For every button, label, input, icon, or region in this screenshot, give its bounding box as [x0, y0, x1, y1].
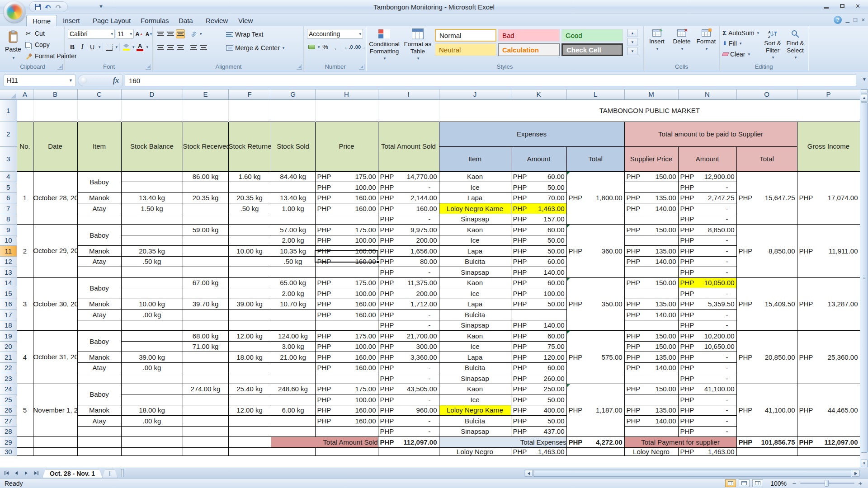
cell[interactable]: [228, 288, 271, 299]
align-right-button[interactable]: [176, 43, 185, 52]
cell[interactable]: [183, 182, 228, 193]
cell[interactable]: [624, 267, 678, 278]
cell[interactable]: PHP150.00: [624, 331, 678, 342]
total-payment-supplier-label[interactable]: Total Payment for supplier: [624, 437, 736, 448]
cell[interactable]: [624, 182, 678, 193]
paste-button[interactable]: Paste▾: [3, 28, 23, 62]
header-gross-income[interactable]: Gross Income: [797, 122, 860, 171]
cell[interactable]: 20.35 kg: [121, 246, 183, 257]
cell[interactable]: PHP175.00: [315, 277, 378, 288]
cell[interactable]: [121, 373, 183, 384]
sheet-tab-active[interactable]: Oct. 28 - Nov. 1: [42, 469, 102, 478]
cell[interactable]: 86.00 kg: [183, 171, 228, 182]
cell[interactable]: PHP-: [378, 394, 439, 405]
cell[interactable]: [33, 447, 77, 455]
header-total-amount-sold[interactable]: Total Amount Sold: [378, 122, 439, 171]
subheader-expenses-item[interactable]: Item: [439, 146, 511, 171]
italic-button[interactable]: I: [78, 42, 87, 52]
cell[interactable]: [183, 394, 228, 405]
gallery-expand-icon[interactable]: ▼: [627, 47, 637, 55]
scroll-right-icon[interactable]: [852, 470, 859, 477]
total-expenses-value[interactable]: PHP4,272.00: [566, 437, 624, 448]
cell[interactable]: PHP135.00: [624, 192, 678, 203]
cell[interactable]: [228, 447, 271, 455]
cell[interactable]: [228, 277, 271, 288]
cell[interactable]: PHP15,647.25: [736, 171, 797, 225]
cell[interactable]: PHP-: [678, 362, 736, 373]
cell[interactable]: [271, 394, 315, 405]
cell[interactable]: Kaon: [439, 384, 511, 394]
tab-page-layout[interactable]: Page Layout: [87, 15, 137, 26]
cell[interactable]: PHP-: [678, 352, 736, 363]
row-header-21[interactable]: 21: [0, 352, 17, 363]
zoom-in-icon[interactable]: +: [857, 479, 863, 487]
cell[interactable]: [77, 267, 121, 278]
currency-dropdown-icon[interactable]: ▾: [318, 45, 320, 49]
cell[interactable]: PHP10,050.00: [678, 277, 736, 288]
cell[interactable]: PHP150.00: [624, 341, 678, 352]
cell[interactable]: [121, 225, 183, 235]
total-amount-sold-value[interactable]: PHP112,097.00: [378, 437, 439, 448]
font-color-button[interactable]: A: [136, 42, 145, 52]
cell[interactable]: 5: [17, 384, 33, 437]
cell[interactable]: [77, 426, 121, 437]
cell[interactable]: PHP140.00: [511, 320, 566, 331]
cell[interactable]: [271, 99, 315, 122]
cell[interactable]: PHP-: [678, 373, 736, 384]
cell[interactable]: [624, 394, 678, 405]
middle-align-button[interactable]: [166, 29, 175, 38]
cell[interactable]: [17, 447, 33, 455]
name-box-dropdown-icon[interactable]: ▼: [69, 78, 73, 83]
cell[interactable]: PHP175.00: [315, 171, 378, 182]
cell[interactable]: [228, 310, 271, 320]
cell[interactable]: PHP250.00: [511, 384, 566, 394]
number-dialog-launcher-icon[interactable]: [359, 64, 364, 70]
cell[interactable]: [183, 214, 228, 225]
orientation-dropdown-icon[interactable]: ▾: [200, 32, 202, 36]
cell[interactable]: .00 kg: [121, 362, 183, 373]
cell[interactable]: [183, 405, 228, 416]
cell[interactable]: [183, 373, 228, 384]
cell[interactable]: Atay: [77, 256, 121, 267]
cell[interactable]: [183, 416, 228, 427]
row-header-23[interactable]: 23: [0, 373, 17, 384]
cell[interactable]: PHP140.00: [624, 256, 678, 267]
cell[interactable]: 39.70 kg: [183, 299, 228, 310]
style-neutral[interactable]: Neutral: [435, 43, 496, 56]
header-supplier[interactable]: Total amount to be paid to Supplier: [624, 122, 797, 146]
cell[interactable]: PHP70.00: [511, 192, 566, 203]
cell[interactable]: [624, 320, 678, 331]
borders-button[interactable]: [105, 42, 114, 52]
scroll-up-icon[interactable]: ▲: [861, 94, 868, 102]
style-check-cell[interactable]: Check Cell: [561, 43, 623, 56]
cell[interactable]: PHP260.00: [511, 373, 566, 384]
cell[interactable]: PHP2,144.00: [378, 192, 439, 203]
tab-split-handle[interactable]: [121, 469, 124, 477]
tab-review[interactable]: Review: [200, 15, 234, 26]
cell[interactable]: 1.50 kg: [121, 203, 183, 214]
cell[interactable]: 71.00 kg: [183, 341, 228, 352]
cell[interactable]: [121, 288, 183, 299]
cell[interactable]: PHP160.00: [315, 192, 378, 203]
cell[interactable]: Ice: [439, 235, 511, 246]
cell[interactable]: PHP960.00: [378, 405, 439, 416]
cell[interactable]: PHP140.00: [624, 416, 678, 427]
cell[interactable]: [183, 256, 228, 267]
increase-indent-button[interactable]: [199, 43, 208, 52]
cell[interactable]: [228, 394, 271, 405]
header-expenses[interactable]: Expenses: [439, 122, 624, 146]
fill-color-dropdown-icon[interactable]: ▾: [132, 45, 135, 49]
cell[interactable]: PHP200.00: [378, 235, 439, 246]
cell[interactable]: PHP175.00: [315, 331, 378, 342]
cell[interactable]: PHP140.00: [624, 203, 678, 214]
gallery-scroll-up-icon[interactable]: ▲: [627, 29, 637, 37]
cell[interactable]: [183, 437, 228, 448]
column-header-D[interactable]: D: [121, 89, 183, 99]
header-price[interactable]: Price: [315, 122, 378, 171]
cell[interactable]: Bulcita: [439, 310, 511, 320]
sort-filter-button[interactable]: AZSort & Filter▾: [761, 27, 784, 60]
cell[interactable]: [77, 447, 121, 455]
cell[interactable]: PHP437.00: [511, 426, 566, 437]
style-bad[interactable]: Bad: [498, 29, 560, 42]
horizontal-scroll-thumb[interactable]: [533, 470, 851, 477]
